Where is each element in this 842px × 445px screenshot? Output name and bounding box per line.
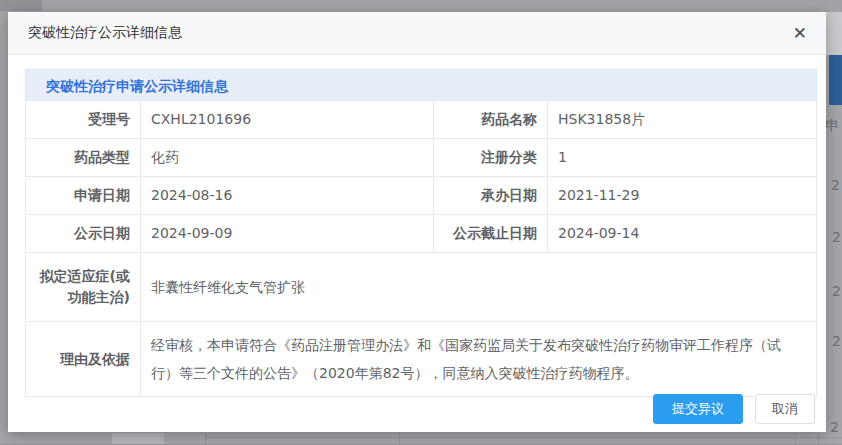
field-label: 受理号 <box>26 101 141 139</box>
background-text-fragment: 2 <box>831 178 840 192</box>
field-label: 理由及依据 <box>26 322 141 397</box>
background-grid-line <box>205 437 842 438</box>
field-value: HSK31858片 <box>548 101 817 139</box>
dialog-body: 突破性治疗申请公示详细信息 受理号 CXHL2101696 药品名称 HSK31… <box>8 55 826 397</box>
background-table-header-fragment <box>829 55 842 105</box>
field-label: 承办日期 <box>434 177 548 215</box>
field-value: 经审核，本申请符合《药品注册管理办法》和《国家药监局关于发布突破性治疗药物审评工… <box>141 322 817 397</box>
field-value: 2024-08-16 <box>141 177 434 215</box>
background-page-fragment <box>826 12 842 55</box>
background-text-fragment: 申 <box>825 118 839 132</box>
dialog-header: 突破性治疗公示详细信息 ✕ <box>8 12 826 55</box>
cancel-button[interactable]: 取消 <box>755 394 815 424</box>
field-value: 2024-09-14 <box>548 215 817 253</box>
field-value: 2024-09-09 <box>141 215 434 253</box>
table-row: 申请日期 2024-08-16 承办日期 2021-11-29 <box>26 177 817 215</box>
background-sidebar-fragment <box>0 0 42 11</box>
close-icon[interactable]: ✕ <box>789 23 811 44</box>
background-text-fragment: 2 <box>832 334 841 348</box>
field-value: 非囊性纤维化支气管扩张 <box>141 253 817 322</box>
table-row-reason: 理由及依据 经审核，本申请符合《药品注册管理办法》和《国家药监局关于发布突破性治… <box>26 322 817 397</box>
detail-table: 受理号 CXHL2101696 药品名称 HSK31858片 药品类型 化药 注… <box>25 100 817 397</box>
background-text-fragment: 2 <box>832 284 841 298</box>
section-title: 突破性治疗申请公示详细信息 <box>25 69 817 101</box>
background-text-fragment: 2 <box>830 420 839 434</box>
field-label: 公示截止日期 <box>434 215 548 253</box>
background-grid-cell <box>112 433 164 445</box>
field-label: 申请日期 <box>26 177 141 215</box>
field-label: 药品类型 <box>26 139 141 177</box>
field-value: 1 <box>548 139 817 177</box>
background-topbar <box>0 0 842 12</box>
background-grid-line <box>205 433 206 445</box>
table-row-indication: 拟定适应症(或功能主治) 非囊性纤维化支气管扩张 <box>26 253 817 322</box>
background-text-fragment: 2 <box>832 230 841 244</box>
field-label: 药品名称 <box>434 101 548 139</box>
field-label: 注册分类 <box>434 139 548 177</box>
breakthrough-therapy-detail-dialog: 突破性治疗公示详细信息 ✕ 突破性治疗申请公示详细信息 受理号 CXHL2101… <box>8 12 826 432</box>
field-value: 化药 <box>141 139 434 177</box>
field-label: 拟定适应症(或功能主治) <box>26 253 141 322</box>
dialog-footer: 提交异议 取消 <box>653 394 815 424</box>
background-grid-line <box>818 433 819 445</box>
field-label: 公示日期 <box>26 215 141 253</box>
table-row: 药品类型 化药 注册分类 1 <box>26 139 817 177</box>
field-value: 2021-11-29 <box>548 177 817 215</box>
submit-objection-button[interactable]: 提交异议 <box>653 394 743 424</box>
background-grid-line <box>399 433 400 445</box>
table-row: 受理号 CXHL2101696 药品名称 HSK31858片 <box>26 101 817 139</box>
table-row: 公示日期 2024-09-09 公示截止日期 2024-09-14 <box>26 215 817 253</box>
field-value: CXHL2101696 <box>141 101 434 139</box>
background-grid-line <box>795 433 796 445</box>
dialog-title: 突破性治疗公示详细信息 <box>28 24 182 42</box>
